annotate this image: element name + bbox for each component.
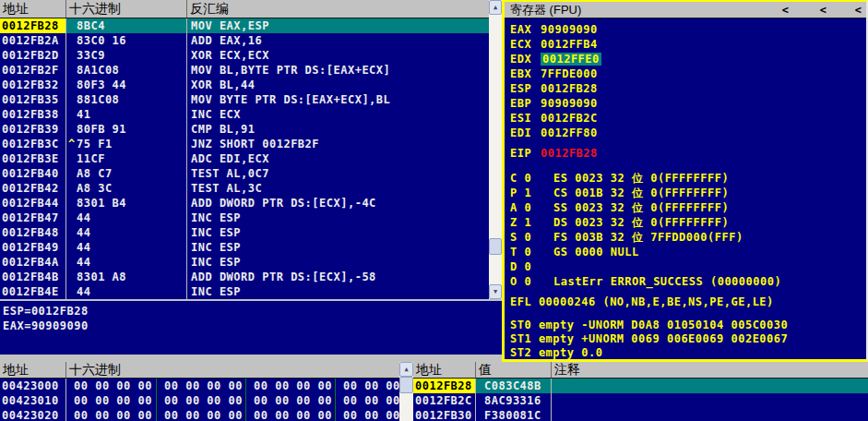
scroll-down-icon[interactable]: ▼	[489, 284, 502, 299]
jump-up-icon	[66, 122, 77, 137]
stack-row[interactable]: 0012FB2C 8AC93316	[413, 393, 868, 408]
dump-row[interactable]: 00423000 00 00 00 0000 00 00 0000 00 00 …	[0, 379, 399, 393]
register-row[interactable]: EBX7FFDE000	[510, 66, 866, 81]
scroll-up-icon[interactable]: ▲	[489, 0, 502, 15]
disasm-instruction: INC ESP	[187, 210, 489, 225]
disasm-info-pane: ESP=0012FB28 EAX=90909090	[0, 299, 502, 355]
disasm-row[interactable]: 0012FB49 44 INC ESP	[0, 240, 489, 255]
flag-bit: P 1	[510, 186, 553, 200]
scrollbar-thumb[interactable]	[399, 377, 413, 393]
stack-address: 0012FB30	[413, 408, 476, 421]
chevron-left-icon[interactable]: <	[855, 3, 862, 18]
disasm-address: 0012FB44	[0, 196, 66, 210]
flag-row[interactable]: O 0LastErr ERROR_SUCCESS (00000000)	[510, 274, 866, 289]
dump-address: 00423000	[0, 379, 66, 393]
disasm-row[interactable]: 0012FB4E 44 INC ESP	[0, 284, 489, 299]
disasm-row[interactable]: 0012FB39 80FB 91 CMP BL,91	[0, 122, 489, 137]
register-name: EIP	[510, 146, 541, 161]
chevron-left-icon[interactable]: <	[782, 3, 789, 18]
register-value: 0012FB2C	[541, 112, 598, 125]
disasm-hex: 44	[77, 284, 90, 299]
disasm-row[interactable]: 0012FB48 44 INC ESP	[0, 225, 489, 240]
disasm-instruction: ADD EAX,16	[187, 33, 489, 48]
stack-column-header: 地址 值 注释	[413, 362, 868, 379]
disasm-address: 0012FB48	[0, 225, 66, 240]
disasm-row[interactable]: 0012FB40 A8 C7 TEST AL,0C7	[0, 166, 489, 181]
dump-row[interactable]: 00423020 00 00 00 0000 00 00 0000 00 00 …	[0, 408, 399, 421]
register-row[interactable]: EDI0012FF80	[510, 126, 866, 140]
fpu-register-row[interactable]: ST0 empty -UNORM D0A8 01050104 005C0030	[510, 319, 866, 332]
register-row[interactable]: EDX0012FFE0	[510, 52, 866, 66]
disasm-row[interactable]: 0012FB47 44 INC ESP	[0, 210, 489, 225]
flag-row[interactable]: P 1CS 001B 32 位 0(FFFFFFFF)	[510, 186, 866, 200]
register-row[interactable]: ESI0012FB2C	[510, 111, 866, 126]
disasm-instruction: MOV BYTE PTR DS:[EAX+ECX],BL	[187, 92, 489, 107]
disasm-row[interactable]: 0012FB2A 83C0 16 ADD EAX,16	[0, 33, 489, 48]
disasm-row[interactable]: 0012FB3E 11CF ADC EDI,ECX	[0, 151, 489, 166]
stack-row[interactable]: 0012FB28 C083C48B	[413, 379, 868, 393]
eflags-row[interactable]: EFL 00000246 (NO,NB,E,BE,NS,PE,GE,LE)	[510, 295, 866, 309]
register-name: ESP	[510, 81, 541, 96]
stack-comment	[552, 379, 868, 393]
flag-row[interactable]: D 0	[510, 259, 866, 274]
disasm-scrollbar[interactable]: ▲ ▼	[489, 0, 502, 299]
scrollbar-thumb[interactable]	[489, 238, 502, 255]
disasm-row[interactable]: 0012FB38 41 INC ECX	[0, 107, 489, 122]
flag-row[interactable]: S 0FS 003B 32 位 7FFDD000(FFF)	[510, 230, 866, 245]
disasm-row[interactable]: 0012FB28 8BC4 MOV EAX,ESP	[0, 18, 489, 33]
dump-scrollbar[interactable]: ▲	[399, 362, 413, 421]
jump-up-icon	[66, 166, 77, 181]
disasm-row[interactable]: 0012FB35 881C08 MOV BYTE PTR DS:[EAX+ECX…	[0, 92, 489, 107]
register-name: EBX	[510, 66, 541, 81]
flag-row[interactable]: A 0SS 0023 32 位 0(FFFFFFFF)	[510, 200, 866, 215]
disasm-hex: 75 F1	[77, 137, 113, 151]
register-row[interactable]: EAX90909090	[510, 22, 866, 37]
jump-up-icon	[66, 107, 77, 122]
disasm-row[interactable]: 0012FB4B 8301 A8 ADD DWORD PTR DS:[ECX],…	[0, 270, 489, 284]
dump-row[interactable]: 00423010 00 00 00 0000 00 00 0000 00 00 …	[0, 393, 399, 408]
register-row[interactable]: EBP90909090	[510, 96, 866, 111]
disasm-row[interactable]: 0012FB2D 33C9 XOR ECX,ECX	[0, 48, 489, 63]
stack-comment	[552, 408, 868, 421]
dump-bytes: 00 00 00 00	[156, 393, 245, 408]
flag-row[interactable]: Z 1DS 0023 32 位 0(FFFFFFFF)	[510, 215, 866, 230]
disasm-instruction: ADD DWORD PTR DS:[ECX],-4C	[187, 196, 489, 210]
dump-bytes: 00 00 00 00	[335, 393, 399, 408]
dump-bytes: 00 00 00 00	[245, 393, 335, 408]
jump-up-icon	[66, 48, 77, 63]
disasm-instruction: TEST AL,0C7	[187, 166, 489, 181]
disasm-instruction: MOV EAX,ESP	[187, 18, 489, 33]
eip-register-row[interactable]: EIP0012FB28	[510, 146, 866, 161]
disasm-row[interactable]: 0012FB44 8301 B4 ADD DWORD PTR DS:[ECX],…	[0, 196, 489, 210]
segment-info: CS 001B 32 位 0(FFFFFFFF)	[553, 186, 729, 199]
chevron-left-icon[interactable]: <	[820, 3, 826, 18]
disasm-address: 0012FB40	[0, 166, 66, 181]
jump-up-icon	[66, 225, 77, 240]
disasm-instruction: XOR BL,44	[187, 78, 489, 92]
register-row[interactable]: ESP0012FB28	[510, 81, 866, 96]
disasm-row[interactable]: 0012FB42 A8 3C TEST AL,3C	[0, 181, 489, 196]
fpu-register-row[interactable]: ST2 empty 0.0	[510, 346, 866, 360]
register-value: 0012FF80	[541, 126, 598, 139]
fpu-register-row[interactable]: ST1 empty +UNORM 0069 006E0069 002E0067	[510, 332, 866, 346]
disasm-row[interactable]: 0012FB32 80F3 44 XOR BL,44	[0, 78, 489, 92]
disasm-row[interactable]: 0012FB3C ^75 F1 JNZ SHORT 0012FB2F	[0, 137, 489, 151]
stack-value: C083C48B	[476, 379, 552, 393]
scroll-up-icon[interactable]: ▲	[399, 362, 413, 377]
flag-row[interactable]: T 0GS 0000 NULL	[510, 245, 866, 259]
disasm-instruction: MOV BL,BYTE PTR DS:[EAX+ECX]	[187, 63, 489, 78]
lasterr-info: LastErr ERROR_SUCCESS (00000000)	[553, 275, 781, 288]
dump-header-address: 地址	[0, 362, 66, 378]
register-value-selected: 0012FFE0	[541, 53, 601, 66]
flag-bit: A 0	[510, 200, 553, 215]
disasm-row[interactable]: 0012FB4A 44 INC ESP	[0, 255, 489, 270]
stack-comment	[552, 393, 868, 408]
dump-header-hex: 十六进制	[66, 362, 399, 378]
stack-row[interactable]: 0012FB30 F380081C	[413, 408, 868, 421]
info-line: EAX=90909090	[0, 319, 502, 333]
disasm-row[interactable]: 0012FB2F 8A1C08 MOV BL,BYTE PTR DS:[EAX+…	[0, 63, 489, 78]
disasm-instruction: INC ECX	[187, 107, 489, 122]
register-row[interactable]: ECX0012FFB4	[510, 37, 866, 52]
flag-row[interactable]: C 0ES 0023 32 位 0(FFFFFFFF)	[510, 171, 866, 186]
disasm-address: 0012FB32	[0, 78, 66, 92]
